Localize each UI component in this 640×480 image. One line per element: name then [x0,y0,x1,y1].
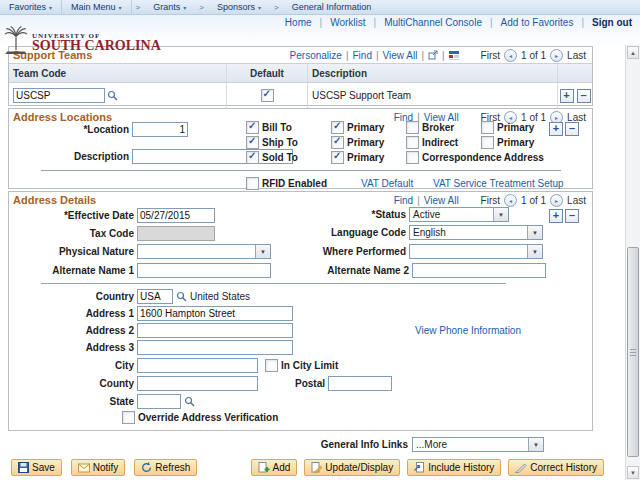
find-link[interactable]: Find [352,50,371,61]
multichannel-console-link[interactable]: MultiChannel Console [384,17,482,28]
broker-checkbox[interactable] [406,121,419,134]
view-phone-information-link[interactable]: View Phone Information [415,325,521,336]
sold-to-checkbox[interactable] [246,151,259,164]
pager-next-button[interactable]: ▸ [550,194,563,207]
view-all-link[interactable]: View All [383,50,418,61]
add-row-button[interactable]: + [560,89,574,103]
add-label: Add [273,462,291,473]
ship-to-primary-checkbox[interactable] [331,136,344,149]
broker-primary-checkbox[interactable] [481,121,494,134]
city-input[interactable] [137,358,258,373]
vat-service-treatment-setup-link[interactable]: VAT Service Treatment Setup [433,178,564,189]
alternate-name2-input[interactable] [412,263,546,278]
breadcrumb-grants[interactable]: Grants ▾ [144,0,195,14]
notify-button[interactable]: Notify [71,459,126,476]
link-separator: | [374,17,377,28]
general-info-links-select[interactable]: ...More ▼ [412,437,544,452]
county-input[interactable] [137,376,258,391]
update-display-button[interactable]: Update/Display [304,459,400,476]
team-description: USCSP Support Team [312,90,411,101]
scrollbar-thumb[interactable] [627,247,639,457]
sold-to-primary-checkbox[interactable] [331,151,344,164]
description-label: Description [19,151,129,162]
ship-to-checkbox[interactable] [246,136,259,149]
pager-prev-button[interactable]: ◂ [504,194,517,207]
address1-input[interactable] [137,306,293,321]
state-input[interactable] [137,394,181,409]
refresh-icon [141,462,152,473]
breadcrumb-favorites[interactable]: Favorites ▾ [0,0,62,14]
search-icon[interactable] [184,396,195,407]
vertical-scrollbar[interactable]: ▲ ▼ [625,45,640,480]
address3-input[interactable] [137,340,293,355]
effective-date-label: *Effective Date [9,210,134,221]
save-label: Save [32,462,55,473]
download-grid-icon[interactable] [449,50,459,60]
personalize-popup-icon[interactable] [428,50,438,60]
add-row-button[interactable]: + [549,122,563,136]
select-arrow-icon: ▼ [528,438,543,451]
home-link[interactable]: Home [285,17,312,28]
save-button[interactable]: Save [11,459,62,476]
link-separator: | [581,17,584,28]
alternate-name1-input[interactable] [137,263,271,278]
address2-input[interactable] [137,323,293,338]
in-city-limit-checkbox[interactable] [265,359,278,372]
tax-code-label: Tax Code [9,228,134,239]
breadcrumb-grants-label: Grants [153,2,180,12]
effective-date-input[interactable] [137,208,215,223]
default-checkbox[interactable] [261,89,274,102]
country-input[interactable] [137,289,173,304]
team-code-input[interactable] [13,88,105,103]
indirect-primary-checkbox[interactable] [481,136,494,149]
tax-code-input [137,226,215,241]
breadcrumb-current-label: General Information [292,2,372,12]
add-button[interactable]: Add [251,459,298,476]
scroll-up-icon[interactable]: ▲ [627,46,639,59]
physical-nature-select[interactable]: ▼ [137,244,271,259]
address-locations-section: Address Locations Find | View All First … [8,108,593,189]
override-address-verification-checkbox[interactable] [122,411,135,424]
chevron-down-icon: ▾ [119,4,122,11]
chevron-down-icon: ▾ [258,4,261,11]
delete-row-button[interactable]: – [565,209,579,223]
vat-default-link[interactable]: VAT Default [361,178,413,189]
sold-to-label: Sold To [262,152,298,163]
search-icon[interactable] [107,90,118,101]
pager-prev-button[interactable]: ◂ [504,49,517,62]
view-all-link[interactable]: View All [424,195,459,206]
language-code-select[interactable]: English ▼ [409,225,543,240]
where-performed-label: Where Performed [309,246,406,257]
correct-history-button[interactable]: Correct History [508,459,604,476]
bill-to-checkbox[interactable] [246,121,259,134]
delete-row-button[interactable]: – [577,89,591,103]
delete-row-button[interactable]: – [565,122,579,136]
breadcrumb-sponsors[interactable]: Sponsors ▾ [208,0,270,14]
where-performed-select[interactable]: ▼ [409,244,543,259]
breadcrumb-separator: > [195,3,208,12]
worklist-link[interactable]: Worklist [330,17,365,28]
sign-out-link[interactable]: Sign out [592,17,632,28]
notify-label: Notify [93,462,119,473]
location-input[interactable] [132,122,188,137]
toolbar-separator: | [346,50,349,61]
rfid-enabled-checkbox[interactable] [246,177,259,190]
select-arrow-icon: ▼ [527,226,542,239]
status-value: Active [410,209,493,220]
personalize-link[interactable]: Personalize [290,50,342,61]
add-row-button[interactable]: + [549,209,563,223]
indirect-checkbox[interactable] [406,136,419,149]
include-history-button[interactable]: Include History [407,459,501,476]
scroll-down-icon[interactable]: ▼ [627,466,639,479]
status-select[interactable]: Active ▼ [409,207,509,222]
breadcrumb-main-menu[interactable]: Main Menu ▾ [62,0,132,14]
correspondence-address-checkbox[interactable] [406,151,419,164]
add-to-favorites-link[interactable]: Add to Favorites [501,17,574,28]
search-icon[interactable] [176,291,187,302]
refresh-button[interactable]: Refresh [134,459,197,476]
toolbar-left: Save Notify Refresh [11,459,197,476]
bill-to-primary-checkbox[interactable] [331,121,344,134]
find-link[interactable]: Find [394,195,413,206]
postal-input[interactable] [328,376,392,391]
pager-next-button[interactable]: ▸ [550,49,563,62]
